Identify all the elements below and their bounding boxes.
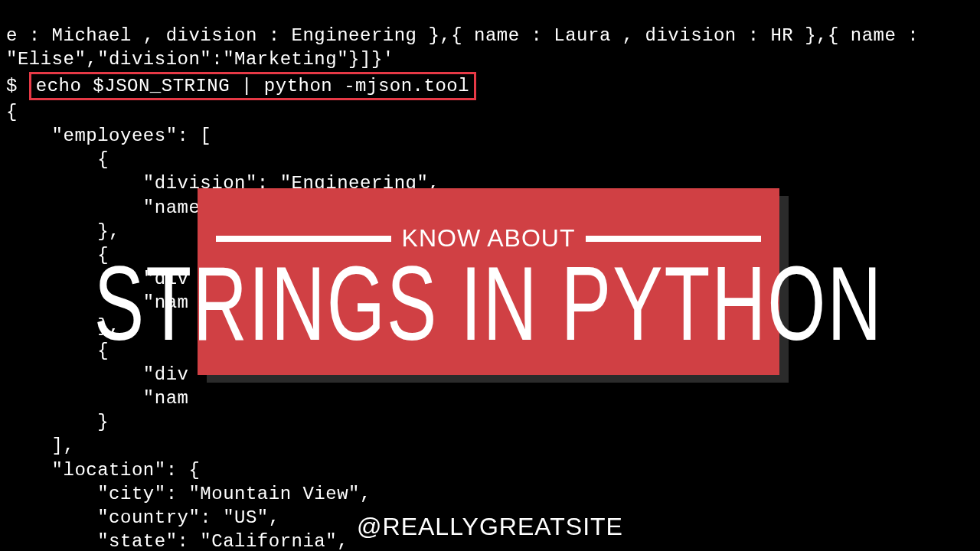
kicker-line-left <box>216 236 391 242</box>
code-fragment-line: e : Michael , division : Engineering },{… <box>6 25 919 46</box>
shell-prompt: $ <box>6 76 29 96</box>
social-handle: @REALLYGREATSITE <box>357 511 623 543</box>
title-banner: KNOW ABOUT STRINGS IN PYTHON <box>198 188 779 375</box>
kicker-line-right <box>586 236 761 242</box>
headline-text: STRINGS IN PYTHON <box>94 250 883 355</box>
highlighted-command: echo $JSON_STRING | python -mjson.tool <box>29 72 476 100</box>
code-fragment-line: "Elise","division":"Marketing"}]}' <box>6 49 394 70</box>
